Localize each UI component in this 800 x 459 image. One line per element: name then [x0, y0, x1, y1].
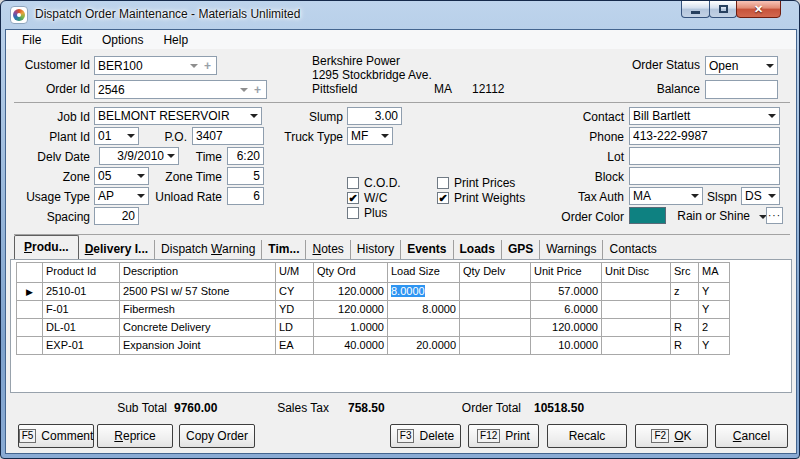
cell-description[interactable]: Concrete Delivery: [120, 319, 276, 337]
tab-events[interactable]: Events: [401, 240, 453, 259]
phone-field[interactable]: 413-222-9987: [629, 127, 780, 145]
tab-warnings[interactable]: Warnings: [540, 240, 603, 259]
contact-combo[interactable]: Bill Bartlett: [629, 107, 780, 125]
cell-product-id[interactable]: F-01: [43, 301, 120, 319]
grid-header-load-size[interactable]: Load Size: [388, 263, 460, 283]
chevron-down-icon[interactable]: [137, 174, 145, 178]
chevron-down-icon[interactable]: [167, 154, 175, 158]
cell-um[interactable]: YD: [276, 301, 314, 319]
tab-loads[interactable]: Loads: [454, 240, 502, 259]
print-weights-checkbox[interactable]: ✔ Print Weights: [437, 191, 525, 205]
po-field[interactable]: 3407: [192, 127, 264, 145]
ok-button[interactable]: F2 OK: [635, 424, 708, 448]
chevron-down-icon[interactable]: [240, 88, 248, 92]
cell-unit-price[interactable]: 57.0000: [531, 283, 602, 301]
cell-qty-delv[interactable]: [460, 283, 531, 301]
cell-load-size[interactable]: 8.0000: [388, 301, 460, 319]
cell-qty-delv[interactable]: [460, 337, 531, 355]
cell-load-size[interactable]: 20.0000: [388, 337, 460, 355]
plant-id-combo[interactable]: 01: [94, 127, 139, 145]
usage-type-combo[interactable]: AP: [94, 187, 149, 205]
zone-combo[interactable]: 05: [94, 167, 149, 185]
tab-gps[interactable]: GPS: [502, 240, 540, 259]
table-row[interactable]: ▶ 2510-01 2500 PSI w/ 57 Stone CY 120.00…: [17, 283, 730, 301]
grid-header-unit-disc[interactable]: Unit Disc: [602, 263, 671, 283]
cell-unit-disc[interactable]: [602, 319, 671, 337]
chevron-down-icon[interactable]: [768, 194, 776, 198]
cell-load-size[interactable]: [388, 319, 460, 337]
copy-order-button[interactable]: Copy Order: [179, 424, 255, 448]
plus-checkbox[interactable]: Plus: [347, 206, 387, 220]
maximize-button[interactable]: [709, 0, 737, 18]
table-row[interactable]: F-01 Fibermesh YD 120.0000 8.0000 6.0000…: [17, 301, 730, 319]
comment-button[interactable]: F5 Comment: [18, 424, 94, 448]
cell-src[interactable]: R: [671, 337, 699, 355]
cell-um[interactable]: CY: [276, 283, 314, 301]
menu-help[interactable]: Help: [153, 32, 198, 48]
close-button[interactable]: ✕: [736, 0, 781, 18]
menu-file[interactable]: File: [12, 32, 51, 48]
grid-header-qty-ord[interactable]: Qty Ord: [314, 263, 388, 283]
zone-time-field[interactable]: 5: [227, 167, 264, 185]
cell-src[interactable]: z: [671, 283, 699, 301]
tax-auth-combo[interactable]: MA: [629, 187, 703, 205]
cell-load-size-editing[interactable]: 8.0000: [388, 283, 460, 301]
recalc-button[interactable]: Recalc: [547, 424, 627, 448]
slump-field[interactable]: 3.00: [347, 107, 402, 125]
cell-src[interactable]: [671, 301, 699, 319]
chevron-down-icon[interactable]: [768, 114, 776, 118]
cell-description[interactable]: Expansion Joint: [120, 337, 276, 355]
order-color-more-button[interactable]: ···: [766, 207, 783, 224]
cell-qty-ord[interactable]: 1.0000: [314, 319, 388, 337]
grid-header-um[interactable]: U/M: [276, 263, 314, 283]
menu-edit[interactable]: Edit: [51, 32, 92, 48]
cell-description[interactable]: 2500 PSI w/ 57 Stone: [120, 283, 276, 301]
table-row[interactable]: EXP-01 Expansion Joint EA 40.0000 20.000…: [17, 337, 730, 355]
title-bar[interactable]: Dispatch Order Maintenance - Materials U…: [1, 1, 799, 29]
cell-ma[interactable]: 2: [699, 319, 730, 337]
cell-description[interactable]: Fibermesh: [120, 301, 276, 319]
cell-ma[interactable]: Y: [699, 283, 730, 301]
tab-notes[interactable]: Notes: [306, 240, 350, 259]
chevron-down-icon[interactable]: [381, 134, 389, 138]
cell-qty-delv[interactable]: [460, 301, 531, 319]
cell-product-id[interactable]: 2510-01: [43, 283, 120, 301]
block-field[interactable]: [629, 167, 780, 185]
tab-contacts[interactable]: Contacts: [603, 240, 662, 259]
chevron-down-icon[interactable]: [691, 194, 699, 198]
cell-unit-price[interactable]: 120.0000: [531, 319, 602, 337]
customer-id-combo[interactable]: BER100 +: [94, 56, 217, 75]
tab-history[interactable]: History: [351, 240, 401, 259]
cell-unit-price[interactable]: 6.0000: [531, 301, 602, 319]
tab-delivery-instructions[interactable]: Delivery I...: [79, 240, 155, 259]
tab-dispatch-warning[interactable]: Dispatch Warning: [155, 240, 262, 259]
chevron-down-icon[interactable]: [137, 194, 145, 198]
print-prices-checkbox[interactable]: Print Prices: [437, 176, 515, 190]
order-color-swatch[interactable]: [629, 207, 666, 224]
print-button[interactable]: F12 Print: [468, 424, 539, 448]
cell-um[interactable]: LD: [276, 319, 314, 337]
cell-product-id[interactable]: EXP-01: [43, 337, 120, 355]
grid-header-ma[interactable]: MA: [699, 263, 730, 283]
chevron-down-icon[interactable]: [127, 134, 135, 138]
tab-times[interactable]: Tim...: [262, 240, 306, 259]
grid-header-qty-delv[interactable]: Qty Delv: [460, 263, 531, 283]
grid-header-unit-price[interactable]: Unit Price: [531, 263, 602, 283]
cell-qty-ord[interactable]: 120.0000: [314, 283, 388, 301]
chevron-down-icon[interactable]: [766, 64, 774, 68]
truck-type-combo[interactable]: MF: [347, 127, 393, 145]
chevron-down-icon[interactable]: [190, 64, 198, 68]
job-id-combo[interactable]: BELMONT RESERVOIR: [94, 107, 262, 125]
cell-src[interactable]: R: [671, 319, 699, 337]
order-status-combo[interactable]: Open: [705, 56, 778, 75]
minimize-button[interactable]: [681, 0, 710, 18]
cell-ma[interactable]: Y: [699, 301, 730, 319]
cod-checkbox[interactable]: C.O.D.: [347, 176, 401, 190]
grid-header-product-id[interactable]: Product Id: [43, 263, 120, 283]
reprice-button[interactable]: Reprice: [97, 424, 173, 448]
lot-field[interactable]: [629, 147, 780, 165]
cell-qty-ord[interactable]: 40.0000: [314, 337, 388, 355]
cell-unit-disc[interactable]: [602, 337, 671, 355]
cell-unit-price[interactable]: 10.0000: [531, 337, 602, 355]
delv-date-picker[interactable]: 3/9/2010: [99, 147, 179, 165]
